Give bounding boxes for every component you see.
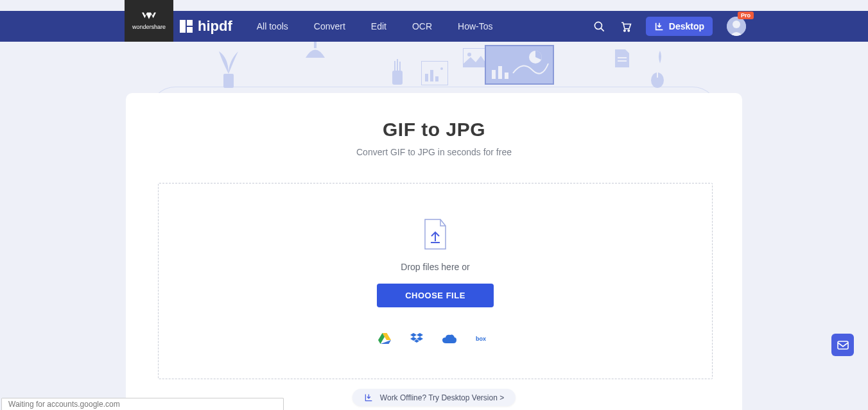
nav-convert[interactable]: Convert <box>314 21 345 31</box>
offline-desktop-pill[interactable]: Work Offline? Try Desktop Version > <box>352 389 516 406</box>
svg-point-22 <box>467 53 471 56</box>
svg-point-6 <box>623 30 625 31</box>
pro-badge: Pro <box>738 12 754 19</box>
svg-rect-28 <box>618 57 627 58</box>
offline-pill-text: Work Offline? Try Desktop Version > <box>380 393 504 402</box>
svg-rect-2 <box>187 20 193 26</box>
drop-hint-text: Drop files here or <box>401 262 469 272</box>
dropbox-icon[interactable] <box>410 333 423 345</box>
decorative-illustration-strip <box>126 42 742 93</box>
svg-rect-12 <box>392 71 403 85</box>
converter-card: GIF to JPG Convert GIF to JPG in seconds… <box>126 93 742 410</box>
svg-rect-19 <box>435 76 438 81</box>
page-subtitle: Convert GIF to JPG in seconds for free <box>158 147 710 157</box>
cart-icon[interactable] <box>620 21 632 33</box>
presentation-icon <box>484 44 555 89</box>
svg-rect-34 <box>838 341 848 349</box>
image-icon <box>463 48 485 67</box>
desktop-label: Desktop <box>669 21 704 31</box>
svg-rect-18 <box>430 70 433 81</box>
primary-nav: All tools Convert Edit OCR How-Tos <box>257 21 493 31</box>
svg-point-4 <box>595 22 602 29</box>
onedrive-icon[interactable] <box>442 334 456 343</box>
svg-point-9 <box>733 21 740 28</box>
svg-rect-24 <box>492 70 496 79</box>
search-icon[interactable] <box>593 21 605 33</box>
product-logo[interactable]: hipdf <box>180 18 232 35</box>
svg-rect-3 <box>187 27 193 33</box>
nav-edit[interactable]: Edit <box>371 21 386 31</box>
svg-line-5 <box>601 28 604 31</box>
feedback-button[interactable] <box>831 334 854 356</box>
lamp-icon <box>299 42 331 74</box>
svg-point-20 <box>440 67 443 70</box>
svg-rect-29 <box>618 60 627 62</box>
main-header: wondershare hipdf All tools Convert Edit… <box>0 11 868 42</box>
svg-point-7 <box>628 30 629 31</box>
avatar-icon <box>727 17 746 36</box>
nav-howtos[interactable]: How-Tos <box>458 21 492 31</box>
svg-rect-16 <box>421 61 448 85</box>
svg-rect-1 <box>180 20 186 33</box>
download-icon <box>364 393 374 402</box>
user-avatar[interactable]: Pro <box>727 17 746 36</box>
upload-file-icon <box>422 218 448 250</box>
svg-rect-17 <box>425 74 428 81</box>
svg-rect-26 <box>505 73 508 79</box>
document-icon <box>614 48 630 69</box>
hipdf-logo-icon <box>180 20 193 33</box>
cloud-source-row: box <box>378 333 492 345</box>
wondershare-parent-tab[interactable]: wondershare <box>125 0 173 42</box>
page-title: GIF to JPG <box>158 119 710 141</box>
nav-ocr[interactable]: OCR <box>412 21 432 31</box>
svg-rect-10 <box>223 74 234 88</box>
google-drive-icon[interactable] <box>378 333 391 345</box>
product-name: hipdf <box>198 18 232 35</box>
bar-chart-icon <box>421 61 448 85</box>
svg-text:box: box <box>476 336 486 342</box>
file-dropzone[interactable]: Drop files here or CHOOSE FILE box <box>158 183 713 379</box>
pen-mouse-icon <box>647 49 668 88</box>
nav-all-tools[interactable]: All tools <box>257 21 288 31</box>
choose-file-button[interactable]: CHOOSE FILE <box>377 284 494 307</box>
plant-icon <box>209 42 248 93</box>
download-icon <box>654 21 664 31</box>
pencil-cup-icon <box>388 58 407 87</box>
wondershare-label: wondershare <box>132 24 166 30</box>
desktop-button[interactable]: Desktop <box>646 17 713 36</box>
mail-icon <box>837 341 849 350</box>
browser-status-bar: Waiting for accounts.google.com <box>1 398 284 410</box>
box-icon[interactable]: box <box>476 334 492 343</box>
svg-rect-11 <box>314 42 317 48</box>
svg-rect-25 <box>498 66 502 79</box>
